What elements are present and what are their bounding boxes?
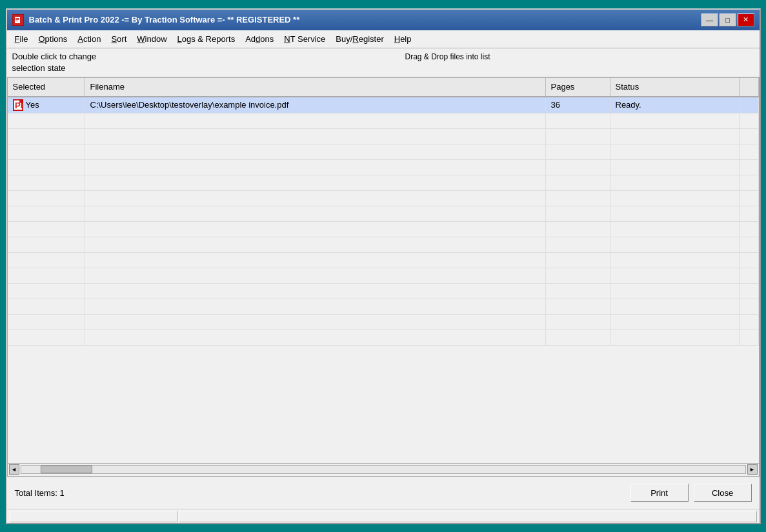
col-header-selected[interactable]: Selected bbox=[8, 78, 85, 96]
empty-row bbox=[8, 315, 759, 330]
empty-row bbox=[8, 144, 759, 160]
drag-drop-hint: Drag & Drop files into list bbox=[141, 51, 754, 61]
close-button[interactable]: Close bbox=[694, 484, 752, 502]
col-header-pages[interactable]: Pages bbox=[546, 78, 610, 96]
col-header-extra bbox=[740, 78, 759, 96]
menu-sort[interactable]: Sort bbox=[106, 32, 132, 46]
empty-row bbox=[8, 299, 759, 315]
total-items-display: Total Items: 1 bbox=[15, 488, 65, 498]
scroll-thumb[interactable] bbox=[41, 466, 92, 473]
menu-bar: File Options Action Sort Window Logs & R… bbox=[7, 30, 760, 48]
menu-file[interactable]: File bbox=[10, 32, 34, 46]
cell-filename: C:\Users\lee\Desktop\testoverlay\example… bbox=[85, 97, 546, 113]
table-row[interactable]: PDF Yes C:\Users\lee\Desktop\testoverlay… bbox=[8, 97, 759, 113]
svg-rect-2 bbox=[15, 18, 19, 19]
menu-window[interactable]: Window bbox=[132, 32, 172, 46]
total-items-value: 1 bbox=[60, 488, 65, 498]
horizontal-scrollbar[interactable]: ◄ ► bbox=[8, 463, 759, 476]
cell-selected: PDF Yes bbox=[8, 97, 85, 113]
table-header: Selected Filename Pages Status bbox=[8, 78, 759, 97]
cell-pages: 36 bbox=[546, 97, 610, 113]
svg-text:PDF: PDF bbox=[15, 101, 23, 110]
col-header-filename[interactable]: Filename bbox=[85, 78, 546, 96]
empty-row bbox=[8, 222, 759, 237]
minimize-button[interactable]: — bbox=[701, 14, 718, 26]
maximize-button[interactable]: □ bbox=[720, 14, 736, 26]
empty-row bbox=[8, 268, 759, 284]
total-items-label: Total Items: bbox=[15, 488, 57, 498]
menu-help[interactable]: Help bbox=[389, 32, 417, 46]
footer-buttons: Print Close bbox=[630, 484, 752, 502]
title-buttons: — □ ✕ bbox=[701, 14, 754, 26]
window-title: Batch & Print Pro 2022 -= By Traction So… bbox=[29, 15, 300, 25]
menu-action[interactable]: Action bbox=[72, 32, 106, 46]
empty-row bbox=[8, 175, 759, 191]
cell-extra bbox=[740, 97, 759, 113]
pdf-file-icon: PDF bbox=[13, 99, 23, 111]
scroll-right-arrow[interactable]: ► bbox=[747, 464, 758, 475]
app-icon bbox=[12, 14, 24, 26]
scroll-track[interactable] bbox=[21, 465, 746, 474]
double-click-hint: Double click to change selection state bbox=[12, 51, 141, 74]
footer: Total Items: 1 Print Close bbox=[7, 477, 760, 509]
info-bar: Double click to change selection state D… bbox=[7, 48, 760, 77]
status-bar bbox=[7, 509, 760, 523]
empty-row bbox=[8, 330, 759, 346]
empty-row bbox=[8, 237, 759, 253]
menu-ntservice[interactable]: NT Service bbox=[279, 32, 330, 46]
empty-row bbox=[8, 113, 759, 129]
menu-options[interactable]: Options bbox=[33, 32, 72, 46]
file-table: Selected Filename Pages Status PDF bbox=[7, 77, 760, 477]
status-segment-left bbox=[10, 511, 177, 522]
empty-row bbox=[8, 160, 759, 175]
title-bar-left: Batch & Print Pro 2022 -= By Traction So… bbox=[12, 14, 300, 26]
menu-logs[interactable]: Logs & Reports bbox=[172, 32, 241, 46]
empty-row bbox=[8, 206, 759, 222]
scroll-left-arrow[interactable]: ◄ bbox=[9, 464, 19, 475]
close-window-button[interactable]: ✕ bbox=[738, 14, 754, 26]
title-bar: Batch & Print Pro 2022 -= By Traction So… bbox=[7, 10, 760, 30]
svg-rect-3 bbox=[15, 19, 19, 20]
cell-status: Ready. bbox=[610, 97, 740, 113]
print-button[interactable]: Print bbox=[630, 484, 689, 502]
menu-buyregister[interactable]: Buy/Register bbox=[330, 32, 388, 46]
empty-row bbox=[8, 253, 759, 268]
col-header-status[interactable]: Status bbox=[610, 78, 740, 96]
menu-addons[interactable]: Addons bbox=[240, 32, 279, 46]
cell-selected-value: Yes bbox=[26, 100, 39, 110]
empty-row bbox=[8, 191, 759, 206]
svg-rect-4 bbox=[15, 21, 18, 21]
status-segment-right bbox=[179, 511, 757, 522]
empty-row bbox=[8, 284, 759, 299]
empty-row bbox=[8, 129, 759, 144]
info-left-text: Double click to change selection state bbox=[12, 51, 141, 74]
table-body: PDF Yes C:\Users\lee\Desktop\testoverlay… bbox=[8, 97, 759, 463]
main-window: Batch & Print Pro 2022 -= By Traction So… bbox=[6, 8, 761, 524]
